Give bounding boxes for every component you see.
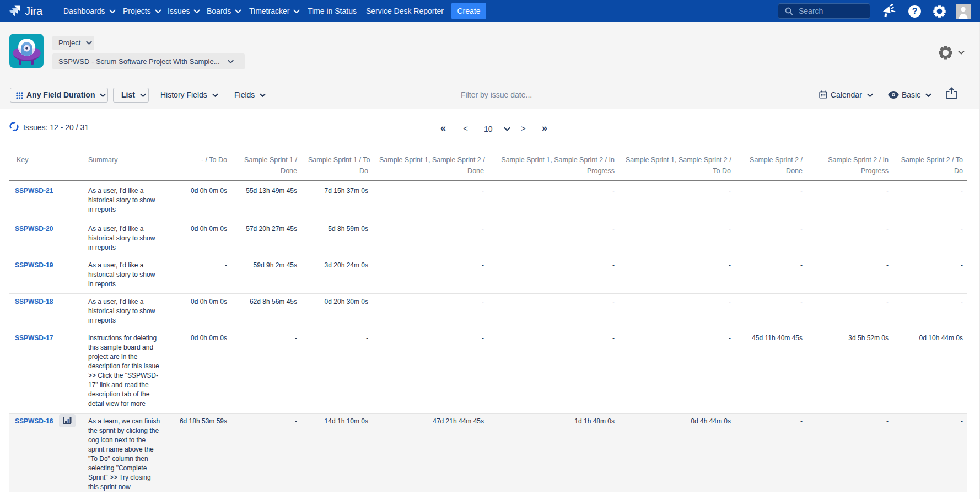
svg-text:?: ? <box>912 7 918 16</box>
svg-text:Jira: Jira <box>25 5 43 17</box>
